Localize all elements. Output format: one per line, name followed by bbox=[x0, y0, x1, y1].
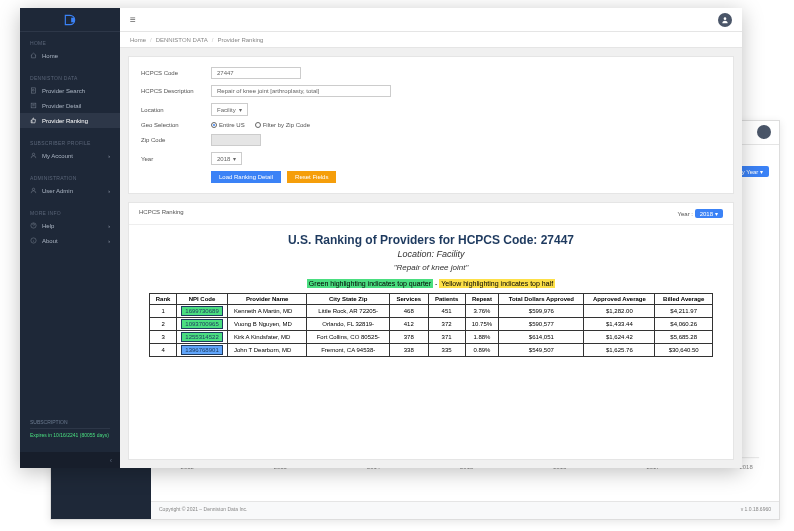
ranking-location: Location: Facility bbox=[149, 249, 713, 259]
hcpcs-code-input[interactable]: 27447 bbox=[211, 67, 301, 79]
avatar[interactable] bbox=[718, 13, 732, 27]
hcpcs-code-label: HCPCS Code bbox=[141, 70, 211, 76]
sidebar-subscription: SUBSCRIPTION Expires in 10/16/2241 (8005… bbox=[30, 419, 110, 438]
nav-section-header: HOME bbox=[20, 36, 120, 48]
table-cell: 3 bbox=[150, 331, 177, 344]
home-icon bbox=[30, 52, 37, 59]
location-dropdown[interactable]: Facility ▾ bbox=[211, 103, 248, 116]
table-cell: 371 bbox=[428, 331, 465, 344]
sidebar-item-user-admin[interactable]: User Admin› bbox=[20, 183, 120, 198]
table-cell: $4,060.26 bbox=[655, 318, 713, 331]
sidebar-item-label: Provider Search bbox=[42, 88, 85, 94]
table-cell: $30,640.50 bbox=[655, 344, 713, 357]
sidebar-item-my-account[interactable]: My Account› bbox=[20, 148, 120, 163]
table-cell: $1,433.44 bbox=[584, 318, 655, 331]
ranking-year-dropdown[interactable]: 2018 ▾ bbox=[695, 209, 723, 218]
breadcrumb-item[interactable]: DENNISTON DATA bbox=[156, 37, 208, 43]
npi-link[interactable]: 1093700965 bbox=[181, 319, 222, 329]
bg-copyright: Copyright © 2021 – Denniston Data Inc. bbox=[159, 506, 247, 515]
reset-fields-button[interactable]: Reset Fields bbox=[287, 171, 336, 183]
table-header-cell: Provider Name bbox=[227, 294, 306, 305]
table-header-cell: City State Zip bbox=[307, 294, 390, 305]
geo-radio-entire-us[interactable]: Entire US bbox=[211, 122, 245, 128]
svg-point-22 bbox=[32, 89, 34, 91]
geo-radio-zip[interactable]: Filter by Zip Code bbox=[255, 122, 310, 128]
table-cell: 2 bbox=[150, 318, 177, 331]
ranking-description: "Repair of knee joint" bbox=[149, 263, 713, 272]
nav-section-header: SUBSCRIBER PROFILE bbox=[20, 136, 120, 148]
hcpcs-desc-input[interactable]: Repair of knee joint [arthroplasty, tota… bbox=[211, 85, 391, 97]
table-header-cell: Billed Average bbox=[655, 294, 713, 305]
nav-section-header: DENNISTON DATA bbox=[20, 71, 120, 83]
svg-point-27 bbox=[32, 188, 34, 190]
sidebar: HOMEHomeDENNISTON DATAProvider SearchPro… bbox=[20, 8, 120, 468]
hcpcs-desc-label: HCPCS Description bbox=[141, 88, 211, 94]
sidebar-item-provider-detail[interactable]: Provider Detail bbox=[20, 98, 120, 113]
sidebar-item-label: About bbox=[42, 238, 58, 244]
ranking-panel: HCPCS Ranking Year : 2018 ▾ U.S. Ranking… bbox=[128, 202, 734, 460]
table-cell: 338 bbox=[389, 344, 428, 357]
sidebar-item-provider-search[interactable]: Provider Search bbox=[20, 83, 120, 98]
table-cell: John T Dearborn, MD bbox=[227, 344, 306, 357]
table-cell: 1 bbox=[150, 305, 177, 318]
breadcrumb-item[interactable]: Home bbox=[130, 37, 146, 43]
table-row: 31255314522Kirk A Kindsfater, MDFort Col… bbox=[150, 331, 713, 344]
logo[interactable] bbox=[20, 8, 120, 32]
npi-link[interactable]: 1699730689 bbox=[181, 306, 222, 316]
load-ranking-button[interactable]: Load Ranking Detail bbox=[211, 171, 281, 183]
year-dropdown[interactable]: 2018 ▾ bbox=[211, 152, 242, 165]
sidebar-item-about[interactable]: About› bbox=[20, 233, 120, 248]
sidebar-item-home[interactable]: Home bbox=[20, 48, 120, 63]
table-cell: Fremont, CA 94538- bbox=[307, 344, 390, 357]
zip-label: Zip Code bbox=[141, 137, 211, 143]
table-header-cell: Approved Average bbox=[584, 294, 655, 305]
zip-input[interactable] bbox=[211, 134, 261, 146]
sidebar-collapse-button[interactable]: ‹ bbox=[20, 452, 120, 468]
subscription-expires: Expires in 10/16/2241 (80055 days) bbox=[30, 432, 110, 438]
table-cell: Orlando, FL 32819- bbox=[307, 318, 390, 331]
subscription-title: SUBSCRIPTION bbox=[30, 419, 110, 425]
chevron-right-icon: › bbox=[108, 238, 110, 244]
npi-link[interactable]: 1396768901 bbox=[181, 345, 222, 355]
chevron-right-icon: › bbox=[108, 153, 110, 159]
sidebar-item-label: User Admin bbox=[42, 188, 73, 194]
svg-point-26 bbox=[32, 153, 34, 155]
sidebar-item-label: Provider Detail bbox=[42, 103, 81, 109]
table-cell: 451 bbox=[428, 305, 465, 318]
table-cell: $614,051 bbox=[499, 331, 584, 344]
hamburger-icon[interactable]: ≡ bbox=[130, 14, 136, 25]
table-row: 41396768901John T Dearborn, MDFremont, C… bbox=[150, 344, 713, 357]
table-header-cell: Total Dollars Approved bbox=[499, 294, 584, 305]
table-cell: 378 bbox=[389, 331, 428, 344]
table-cell: $1,282.00 bbox=[584, 305, 655, 318]
table-cell: Vuong B Nguyen, MD bbox=[227, 318, 306, 331]
table-cell: 372 bbox=[428, 318, 465, 331]
table-header-cell: Repeat bbox=[465, 294, 499, 305]
sidebar-item-label: Home bbox=[42, 53, 58, 59]
geo-label: Geo Selection bbox=[141, 122, 211, 128]
main-window: HOMEHomeDENNISTON DATAProvider SearchPro… bbox=[20, 8, 742, 468]
table-cell: 335 bbox=[428, 344, 465, 357]
ranking-year-selector: Year : 2018 ▾ bbox=[678, 209, 724, 218]
table-cell: 0.89% bbox=[465, 344, 499, 357]
table-row: 11699730689Kenneth A Martin, MDLittle Ro… bbox=[150, 305, 713, 318]
sidebar-item-help[interactable]: Help› bbox=[20, 218, 120, 233]
table-header-cell: Rank bbox=[150, 294, 177, 305]
table-cell: $1,624.42 bbox=[584, 331, 655, 344]
npi-link[interactable]: 1255314522 bbox=[181, 332, 222, 342]
highlight-legend: Green highlighting indicates top quarter… bbox=[149, 280, 713, 287]
chevron-right-icon: › bbox=[108, 223, 110, 229]
sidebar-item-label: Provider Ranking bbox=[42, 118, 88, 124]
sidebar-item-label: Help bbox=[42, 223, 54, 229]
table-header-cell: Patients bbox=[428, 294, 465, 305]
search-doc-icon bbox=[30, 87, 37, 94]
nav-section-header: ADMINISTRATION bbox=[20, 171, 120, 183]
sidebar-item-provider-ranking[interactable]: Provider Ranking bbox=[20, 113, 120, 128]
bg-avatar[interactable] bbox=[757, 125, 771, 139]
location-label: Location bbox=[141, 107, 211, 113]
user-icon bbox=[30, 152, 37, 159]
table-cell: Kenneth A Martin, MD bbox=[227, 305, 306, 318]
svg-point-32 bbox=[724, 17, 727, 20]
svg-rect-20 bbox=[71, 17, 75, 22]
topbar: ≡ bbox=[120, 8, 742, 32]
